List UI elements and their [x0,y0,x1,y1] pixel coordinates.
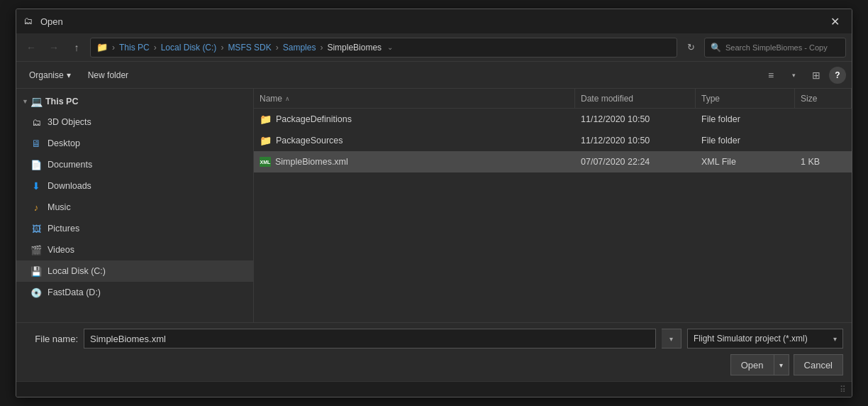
sidebar: ▼ 💻 This PC 🗂 3D Objects 🖥 Desktop 📄 Doc… [16,89,254,322]
file-type: XML File [696,157,795,167]
file-list: Name ∧ Date modified Type Size 📁 [254,89,852,322]
table-row[interactable]: 📁 PackageDefinitions 11/12/2020 10:50 Fi… [254,109,852,130]
search-placeholder: Search SimpleBiomes - Copy [725,43,828,52]
help-icon: ? [835,70,840,80]
col-header-name[interactable]: Name ∧ [254,89,575,108]
filetype-value: Flight Simulator project (*.xml) [694,334,808,344]
col-date-label: Date modified [581,94,633,104]
open-dialog: 🗂 Open ✕ ← → ↑ 📁 › This PC › Local Disk … [16,9,852,397]
breadcrumb-current: SimpleBiomes [327,43,382,53]
sidebar-3dobjects-label: 3D Objects [48,117,91,127]
breadcrumb-thispc[interactable]: This PC [119,43,150,53]
up-button[interactable]: ↑ [67,38,86,57]
organise-arrow-icon: ▾ [67,70,71,80]
title-bar: 🗂 Open ✕ [16,9,852,33]
file-name: SimpleBiomes.xml [275,157,348,167]
file-date: 11/12/2020 10:50 [575,114,696,124]
filename-dropdown-button[interactable]: ▾ [662,329,681,349]
file-type: File folder [696,114,795,124]
sidebar-item-documents[interactable]: 📄 Documents [16,154,253,175]
sidebar-item-3dobjects[interactable]: 🗂 3D Objects [16,111,253,133]
sidebar-item-music[interactable]: ♪ Music [16,197,253,218]
filename-row: File name: ▾ Flight Simulator project (*… [25,329,843,349]
view-tiles-button[interactable]: ⊞ [806,65,826,85]
thispc-icon: 💻 [31,96,43,107]
filename-input[interactable] [84,329,656,349]
breadcrumb-sep-5: › [320,43,323,53]
breadcrumb-msfssdk[interactable]: MSFS SDK [228,43,271,53]
table-row[interactable]: 📁 PackageSources 11/12/2020 10:50 File f… [254,130,852,151]
search-icon: 🔍 [711,43,721,53]
breadcrumb-folder-icon: 📁 [96,42,108,53]
breadcrumb-dropdown-arrow[interactable]: ⌄ [387,43,393,51]
col-header-size[interactable]: Size [795,89,852,108]
breadcrumb-bar[interactable]: 📁 › This PC › Local Disk (C:) › MSFS SDK… [90,38,677,57]
videos-icon: 🎬 [30,244,42,256]
sidebar-item-thispc[interactable]: ▼ 💻 This PC [16,92,253,111]
filetype-arrow-icon: ▾ [833,335,837,343]
back-button[interactable]: ← [22,38,40,57]
table-row[interactable]: XML SimpleBiomes.xml 07/07/2020 22:24 XM… [254,151,852,172]
close-button[interactable]: ✕ [825,11,845,31]
help-button[interactable]: ? [829,67,846,84]
view-list-button[interactable]: ≡ [761,65,781,85]
file-size: 1 KB [795,157,852,167]
col-type-label: Type [701,94,720,104]
filename-label: File name: [25,334,78,344]
open-dropdown-button[interactable]: ▾ [774,354,789,375]
sidebar-item-localdisk[interactable]: 💾 Local Disk (C:) [16,260,253,282]
file-date: 07/07/2020 22:24 [575,157,696,167]
sidebar-item-fastdata[interactable]: 💿 FastData (D:) [16,282,253,303]
bottom-bar: File name: ▾ Flight Simulator project (*… [16,322,852,381]
sidebar-desktop-label: Desktop [48,138,80,148]
sidebar-documents-label: Documents [48,160,92,170]
new-folder-button[interactable]: New folder [81,65,135,85]
folder-icon: 📁 [260,114,272,125]
organise-button[interactable]: Organise ▾ [22,65,78,85]
buttons-row: Open ▾ Cancel [25,354,843,375]
sidebar-videos-label: Videos [48,245,74,255]
open-button[interactable]: Open [730,354,774,375]
sidebar-item-videos[interactable]: 🎬 Videos [16,239,253,260]
new-folder-label: New folder [88,70,128,80]
sidebar-item-desktop[interactable]: 🖥 Desktop [16,133,253,154]
file-name-cell: XML SimpleBiomes.xml [254,157,575,167]
sidebar-music-label: Music [48,202,71,212]
view-dropdown-button[interactable]: ▾ [784,65,803,85]
refresh-button[interactable]: ↻ [681,38,700,57]
cancel-button[interactable]: Cancel [794,354,843,375]
organise-label: Organise [29,70,64,80]
col-header-type[interactable]: Type [696,89,795,108]
view-dropdown-icon: ▾ [792,72,796,79]
breadcrumb-localdisk[interactable]: Local Disk (C:) [161,43,217,53]
3dobjects-icon: 🗂 [30,116,42,128]
sort-arrow-icon: ∧ [285,95,290,102]
filetype-select[interactable]: Flight Simulator project (*.xml) ▾ [687,329,843,349]
toolbar-right: ≡ ▾ ⊞ ? [761,65,846,85]
dialog-title: Open [40,16,63,27]
sidebar-thispc-label: This PC [45,97,79,106]
file-type: File folder [696,136,795,146]
col-header-date[interactable]: Date modified [575,89,696,108]
file-list-body: 📁 PackageDefinitions 11/12/2020 10:50 Fi… [254,109,852,322]
breadcrumb-samples[interactable]: Samples [283,43,316,53]
music-icon: ♪ [30,202,42,213]
forward-button[interactable]: → [45,38,63,57]
col-size-label: Size [801,94,817,104]
pictures-icon: 🖼 [30,223,42,234]
breadcrumb-sep-4: › [276,43,279,53]
status-bar: ⠿ [16,381,852,397]
search-box[interactable]: 🔍 Search SimpleBiomes - Copy [704,38,846,57]
sidebar-item-pictures[interactable]: 🖼 Pictures [16,218,253,239]
sidebar-downloads-label: Downloads [48,181,91,191]
desktop-icon: 🖥 [30,138,42,149]
dialog-icon: 🗂 [23,16,35,27]
sidebar-item-downloads[interactable]: ⬇ Downloads [16,175,253,197]
localdisk-icon: 💾 [30,265,42,277]
sidebar-localdisk-label: Local Disk (C:) [48,266,106,276]
fastdata-icon: 💿 [30,287,42,298]
resize-handle-icon: ⠿ [840,385,846,395]
folder-icon: 📁 [260,135,272,146]
file-date: 11/12/2020 10:50 [575,136,696,146]
breadcrumb-sep-3: › [221,43,223,53]
